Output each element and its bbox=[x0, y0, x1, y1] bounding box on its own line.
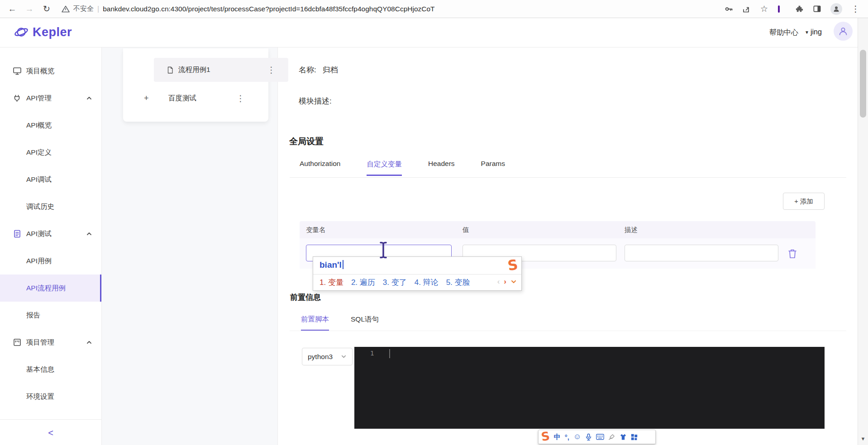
url-text[interactable]: bankdev.cloud2go.cn:4300/project/test/pr… bbox=[103, 5, 434, 13]
sidebar-collapse-button[interactable]: < bbox=[0, 420, 101, 445]
editor-cursor bbox=[389, 349, 390, 358]
share-icon[interactable] bbox=[742, 5, 751, 14]
reload-icon[interactable]: ↻ bbox=[38, 4, 55, 14]
ime-candidate-window: bian'l S 1. 变量 2. 遍历 3. 变了 4. 辩论 5. 变脸 ‹… bbox=[313, 256, 522, 291]
tab-params[interactable]: Params bbox=[481, 160, 505, 176]
add-variable-button[interactable]: + 添加 bbox=[783, 193, 825, 210]
extension-icon-rp[interactable] bbox=[777, 5, 786, 14]
monitor-icon bbox=[13, 66, 22, 76]
case-name-row: 名称: 归档 bbox=[299, 65, 338, 75]
ime-expand-icon[interactable] bbox=[510, 279, 517, 285]
scrollbar-down-arrow[interactable]: ▼ bbox=[858, 436, 868, 441]
tab-pre-script[interactable]: 前置脚本 bbox=[301, 315, 329, 331]
sidebar-item-api-process-case[interactable]: API流程用例 bbox=[0, 275, 101, 302]
expand-plus-icon[interactable]: + bbox=[144, 94, 149, 103]
user-menu[interactable]: ▼ jing bbox=[805, 28, 822, 36]
scrollbar-thumb[interactable] bbox=[860, 50, 866, 118]
sidebar-item-report[interactable]: 报告 bbox=[0, 302, 101, 329]
tree-item-menu-icon[interactable]: ⋮ bbox=[267, 66, 276, 74]
tree-item-menu-icon[interactable]: ⋮ bbox=[236, 94, 245, 103]
browser-profile-avatar[interactable] bbox=[830, 3, 842, 15]
language-select[interactable]: python3 bbox=[302, 348, 353, 365]
address-separator: | bbox=[97, 5, 99, 13]
sogou-logo-icon[interactable]: S bbox=[540, 429, 551, 444]
pre-tabs-divider bbox=[290, 331, 846, 331]
user-avatar[interactable] bbox=[834, 22, 853, 41]
sidebar-item-label: API流程用例 bbox=[26, 284, 66, 293]
tab-headers[interactable]: Headers bbox=[428, 160, 455, 176]
warning-icon bbox=[62, 5, 70, 13]
ime-candidate[interactable]: 1. 变量 bbox=[320, 277, 343, 288]
ime-punctuation-icon[interactable]: °, bbox=[565, 433, 569, 441]
tab-custom-variables[interactable]: 自定义变量 bbox=[367, 160, 402, 176]
text-cursor bbox=[378, 241, 388, 259]
pre-info-title: 前置信息 bbox=[290, 292, 321, 303]
ime-candidate[interactable]: 4. 辩论 bbox=[415, 277, 439, 288]
name-value: 归档 bbox=[323, 65, 338, 75]
screen: ← → ↻ 不安全 | bankdev.cloud2go.cn:4300/pro… bbox=[0, 0, 868, 445]
ime-toolbox-icon[interactable] bbox=[631, 434, 638, 440]
sidebar-item-env-settings[interactable]: 环境设置 bbox=[0, 383, 101, 410]
browser-toolbar-right: ☆ ⋮ bbox=[716, 3, 868, 15]
global-settings-title: 全局设置 bbox=[289, 136, 324, 147]
ime-candidate[interactable]: 5. 变脸 bbox=[446, 277, 470, 288]
col-value: 值 bbox=[463, 226, 469, 234]
sidebar-item-project-management[interactable]: 项目管理 bbox=[0, 329, 101, 356]
sidebar-item-api-case[interactable]: API用例 bbox=[0, 247, 101, 275]
chevron-up-icon[interactable] bbox=[86, 339, 92, 346]
browser-menu-icon[interactable]: ⋮ bbox=[851, 4, 860, 14]
document-icon bbox=[166, 66, 174, 74]
tab-authorization[interactable]: Authorization bbox=[300, 160, 340, 176]
help-center-link[interactable]: 帮助中心 bbox=[769, 28, 798, 38]
project-management-icon bbox=[13, 338, 22, 347]
ime-toolbar: S 中 °, ☺ bbox=[538, 430, 656, 444]
tab-sql[interactable]: SQL语句 bbox=[351, 315, 379, 331]
ime-candidate[interactable]: 3. 变了 bbox=[383, 277, 407, 288]
back-icon[interactable]: ← bbox=[4, 4, 21, 14]
sidebar-item-api-management[interactable]: API管理 bbox=[0, 85, 101, 112]
kepler-logo[interactable]: Kepler bbox=[14, 24, 72, 40]
ime-prev-page-icon[interactable]: ‹ bbox=[497, 277, 500, 286]
api-management-icon bbox=[13, 94, 22, 103]
ime-mode-chinese[interactable]: 中 bbox=[554, 433, 561, 441]
sidebar-item-debug-history[interactable]: 调试历史 bbox=[0, 193, 101, 220]
sidebar-item-label: API测试 bbox=[26, 229, 52, 239]
language-selected-value: python3 bbox=[308, 353, 333, 361]
sidebar-item-api-debug[interactable]: API调试 bbox=[0, 166, 101, 193]
chevron-up-icon[interactable] bbox=[86, 231, 92, 237]
tabs-divider bbox=[290, 177, 846, 178]
sidebar-item-project-overview[interactable]: 项目概览 bbox=[0, 57, 101, 85]
bookmark-star-icon[interactable]: ☆ bbox=[760, 4, 768, 14]
extensions-puzzle-icon[interactable] bbox=[795, 5, 804, 13]
forward-icon[interactable]: → bbox=[21, 4, 38, 14]
sidebar-item-label: 基本信息 bbox=[26, 365, 54, 374]
ime-emoji-icon[interactable]: ☺ bbox=[573, 432, 581, 441]
ime-handwriting-icon[interactable] bbox=[608, 434, 615, 440]
sidebar-item-api-test[interactable]: API测试 bbox=[0, 220, 101, 247]
sidebar-item-api-overview[interactable]: API概览 bbox=[0, 112, 101, 139]
ime-candidate[interactable]: 2. 遍历 bbox=[351, 277, 375, 288]
sidebar-item-label: 报告 bbox=[26, 311, 40, 320]
ime-keyboard-icon[interactable] bbox=[596, 434, 604, 440]
chevron-up-icon[interactable] bbox=[86, 95, 92, 101]
security-label: 不安全 bbox=[73, 5, 94, 13]
sidebar-item-label: 项目概览 bbox=[26, 66, 54, 76]
ime-skin-icon[interactable] bbox=[620, 434, 627, 440]
address-bar[interactable]: 不安全 | bankdev.cloud2go.cn:4300/project/t… bbox=[62, 5, 716, 13]
sidebar-item-label: 环境设置 bbox=[26, 392, 54, 402]
username: jing bbox=[811, 28, 822, 36]
ime-next-page-icon[interactable]: › bbox=[504, 277, 506, 286]
side-panel-icon[interactable] bbox=[813, 5, 821, 13]
code-editor[interactable]: 1 bbox=[354, 347, 825, 429]
sidebar-item-basic-info[interactable]: 基本信息 bbox=[0, 356, 101, 383]
delete-row-icon[interactable] bbox=[787, 248, 797, 259]
variable-desc-input[interactable] bbox=[625, 245, 778, 261]
password-key-icon[interactable] bbox=[724, 5, 733, 14]
logo-text: Kepler bbox=[33, 25, 72, 39]
tree-item-process-case-1[interactable]: 流程用例1 ⋮ bbox=[154, 58, 288, 82]
sidebar-item-api-definition[interactable]: API定义 bbox=[0, 139, 101, 166]
page-scrollbar: ▼ bbox=[858, 18, 868, 445]
module-desc-label: 模块描述: bbox=[299, 96, 332, 106]
tree-item-baidu-test[interactable]: + 百度测试 ⋮ bbox=[123, 87, 268, 109]
ime-mic-icon[interactable] bbox=[585, 433, 592, 441]
